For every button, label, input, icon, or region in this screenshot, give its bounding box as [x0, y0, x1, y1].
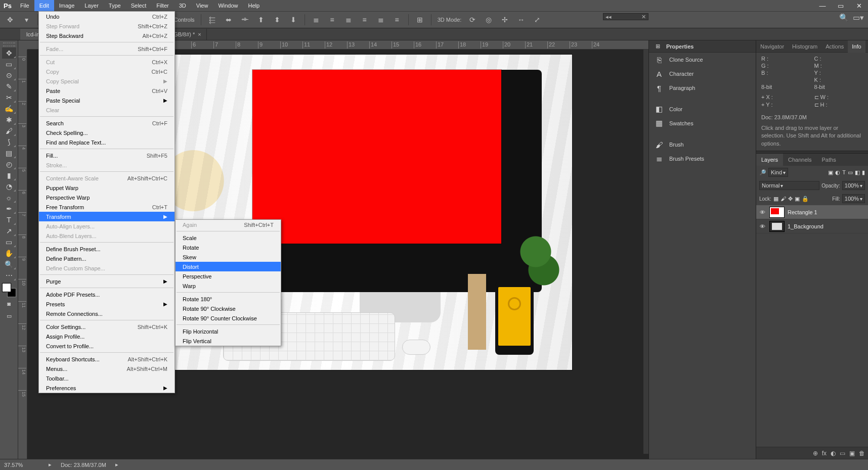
menu-item-purge[interactable]: Purge▶ — [39, 276, 175, 286]
distribute-2-icon[interactable]: ≡ — [325, 14, 339, 26]
menu-item-undo[interactable]: UndoCtrl+Z — [39, 12, 175, 21]
menu-item-step-backward[interactable]: Step BackwardAlt+Ctrl+Z — [39, 31, 175, 40]
menu-layer[interactable]: Layer — [79, 0, 104, 11]
menu-item-define-brush-preset[interactable]: Define Brush Preset... — [39, 244, 175, 254]
tool-clone[interactable]: ⟆ — [2, 136, 16, 148]
menu-item-toolbar[interactable]: Toolbar... — [39, 373, 175, 383]
panel-swatches[interactable]: ▦Swatches — [649, 116, 756, 130]
panel-character[interactable]: ACharacter — [649, 67, 756, 81]
ruler-corner[interactable] — [18, 40, 27, 50]
blend-mode-dropdown[interactable]: Normal ▾ — [759, 181, 819, 190]
layer-thumbnail[interactable] — [769, 221, 785, 232]
status-zoom[interactable]: 37.57% — [4, 462, 39, 468]
tool-eraser[interactable]: ◴ — [2, 159, 16, 170]
tool-gradient[interactable]: ▮ — [2, 170, 16, 181]
layer-footer-button[interactable]: ⊕ — [813, 450, 818, 457]
menu-3d[interactable]: 3D — [174, 0, 191, 11]
tab-close-icon[interactable]: × — [198, 31, 201, 37]
distribute-3-icon[interactable]: ≣ — [341, 14, 356, 26]
menu-item-keyboard-shortcuts[interactable]: Keyboard Shortcuts...Alt+Shift+Ctrl+K — [39, 354, 175, 364]
filter-smart-icon[interactable]: ◧ — [855, 169, 860, 176]
menu-item-rotate-90-clockwise[interactable]: Rotate 90° Clockwise — [176, 304, 281, 313]
menu-item-rotate-90-counter-clockwise[interactable]: Rotate 90° Counter Clockwise — [176, 313, 281, 323]
lock-pixels-icon[interactable]: 🖌 — [780, 196, 786, 202]
menu-item-remote-connections[interactable]: Remote Connections... — [39, 309, 175, 318]
panel-color[interactable]: ◧Color — [649, 102, 756, 116]
menu-item-color-settings[interactable]: Color Settings...Shift+Ctrl+K — [39, 322, 175, 332]
align-left-icon[interactable]: ⬱ — [205, 14, 220, 26]
menu-item-skew[interactable]: Skew — [176, 252, 281, 262]
threed-roll-icon[interactable]: ◎ — [482, 14, 496, 26]
menu-window[interactable]: Window — [213, 0, 243, 11]
tool-marquee[interactable]: ▭ — [2, 59, 16, 70]
lock-artboard-icon[interactable]: ▣ — [795, 196, 800, 202]
fill-value[interactable]: 100% ▾ — [842, 194, 865, 203]
panel-paragraph[interactable]: ¶Paragraph — [649, 81, 756, 95]
tool-eyedropper[interactable]: ✍ — [2, 103, 16, 114]
menu-filter[interactable]: Filter — [151, 0, 173, 11]
layer-name[interactable]: 1_Background — [788, 223, 823, 229]
tool-move[interactable]: ✥ — [2, 48, 16, 59]
foreground-color-swatch[interactable] — [2, 283, 11, 292]
menu-item-transform[interactable]: Transform▶ — [39, 212, 175, 221]
tab-layers[interactable]: Layers — [756, 154, 783, 166]
current-tool-icon[interactable]: ✥ — [3, 14, 17, 26]
quick-mask-icon[interactable]: ◙ — [2, 298, 16, 309]
visibility-toggle-icon[interactable]: 👁 — [758, 223, 766, 229]
align-top-icon[interactable]: ⬆ — [254, 14, 268, 26]
tool-quick-select[interactable]: ✎ — [2, 81, 16, 92]
tool-edit-toolbar[interactable]: ⋯ — [2, 270, 16, 281]
menu-item-puppet-warp[interactable]: Puppet Warp — [39, 183, 175, 193]
ruler-vertical[interactable]: 0123456789101112131415 — [18, 50, 27, 459]
menu-help[interactable]: Help — [243, 0, 265, 11]
menu-item-fill[interactable]: Fill...Shift+F5 — [39, 151, 175, 160]
tool-history-brush[interactable]: ▤ — [2, 148, 16, 159]
menu-item-warp[interactable]: Warp — [176, 281, 281, 291]
menu-item-flip-vertical[interactable]: Flip Vertical — [176, 336, 281, 346]
tool-preset-dropdown-icon[interactable]: ▾ — [19, 14, 33, 26]
panel-brush-presets[interactable]: ≣Brush Presets — [649, 152, 756, 166]
lock-position-icon[interactable]: ✥ — [788, 196, 793, 202]
filter-adjust-icon[interactable]: ◐ — [835, 169, 840, 176]
menu-item-menus[interactable]: Menus...Alt+Shift+Ctrl+M — [39, 364, 175, 373]
layer-row[interactable]: 👁Rectangle 1 — [756, 205, 868, 219]
menu-item-perspective-warp[interactable]: Perspective Warp — [39, 193, 175, 202]
panel-brush[interactable]: 🖌Brush — [649, 137, 756, 152]
tab-navigator[interactable]: Navigator — [756, 40, 788, 53]
tool-brush[interactable]: 🖌 — [2, 125, 16, 136]
tool-dodge[interactable]: ☼ — [2, 192, 16, 203]
filter-kind-dropdown[interactable]: Kind ▾ — [768, 168, 788, 177]
menu-file[interactable]: File — [15, 0, 34, 11]
window-close[interactable]: ✕ — [850, 0, 868, 11]
menu-item-convert-to-profile[interactable]: Convert to Profile... — [39, 341, 175, 351]
filter-toggle-icon[interactable]: ▮ — [862, 169, 865, 176]
menu-image[interactable]: Image — [54, 0, 80, 11]
menu-item-preferences[interactable]: Preferences▶ — [39, 383, 175, 393]
menu-edit[interactable]: Edit — [34, 0, 54, 11]
auto-align-icon[interactable]: ⊞ — [413, 14, 427, 26]
opacity-value[interactable]: 100% ▾ — [842, 181, 865, 190]
layer-footer-button[interactable]: ▣ — [849, 450, 855, 457]
threed-pan-icon[interactable]: ✢ — [498, 14, 512, 26]
lock-transparency-icon[interactable]: ▦ — [773, 196, 778, 202]
menu-item-flip-horizontal[interactable]: Flip Horizontal — [176, 326, 281, 336]
panel-clone-source[interactable]: ⎘Clone Source — [649, 53, 756, 67]
menu-item-scale[interactable]: Scale — [176, 233, 281, 243]
window-minimize[interactable]: — — [813, 0, 832, 11]
canvas-vscrollbar[interactable] — [643, 50, 648, 454]
tab-channels[interactable]: Channels — [783, 154, 816, 166]
threed-slide-icon[interactable]: ↔ — [514, 14, 528, 26]
distribute-1-icon[interactable]: ≣ — [309, 14, 323, 26]
tool-path-sel[interactable]: ↗ — [2, 225, 16, 237]
distribute-5-icon[interactable]: ≣ — [374, 14, 388, 26]
menu-item-rotate-180[interactable]: Rotate 180° — [176, 294, 281, 304]
status-doc-size[interactable]: Doc: 23.8M/37.0M — [61, 462, 106, 468]
tool-pen[interactable]: ✒ — [2, 203, 16, 214]
menu-type[interactable]: Type — [104, 0, 126, 11]
tab-info[interactable]: Info — [848, 40, 865, 53]
filter-shape-icon[interactable]: ▭ — [848, 169, 853, 176]
threed-orbit-icon[interactable]: ⟳ — [465, 14, 480, 26]
tool-type[interactable]: T — [2, 214, 16, 225]
layer-name[interactable]: Rectangle 1 — [788, 209, 817, 215]
layer-footer-button[interactable]: fx — [822, 450, 827, 457]
